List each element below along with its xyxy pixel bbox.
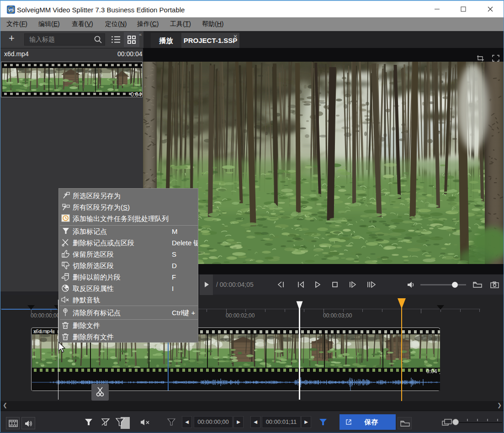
svg-text:VS: VS — [8, 8, 14, 12]
